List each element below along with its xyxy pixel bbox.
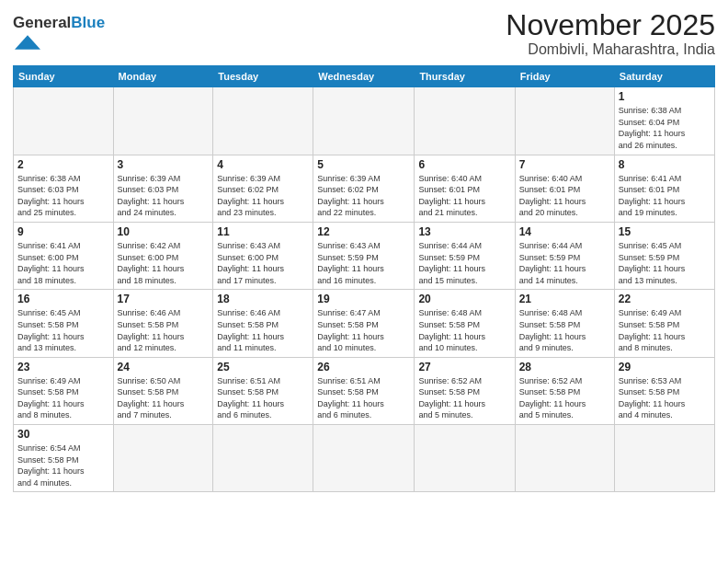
day-number: 17 (118, 293, 210, 305)
table-row: 29Sunrise: 6:53 AM Sunset: 5:58 PM Dayli… (614, 357, 714, 424)
day-info: Sunrise: 6:48 AM Sunset: 5:58 PM Dayligh… (519, 307, 610, 353)
day-info: Sunrise: 6:44 AM Sunset: 5:59 PM Dayligh… (418, 240, 510, 286)
th-saturday: Saturday (614, 66, 714, 87)
day-number: 30 (17, 428, 109, 441)
day-info: Sunrise: 6:45 AM Sunset: 5:59 PM Dayligh… (619, 240, 711, 286)
table-row: 3Sunrise: 6:39 AM Sunset: 6:03 PM Daylig… (113, 155, 213, 222)
day-info: Sunrise: 6:52 AM Sunset: 5:58 PM Dayligh… (519, 375, 610, 421)
svg-marker-0 (15, 35, 40, 49)
table-row: 5Sunrise: 6:39 AM Sunset: 6:02 PM Daylig… (313, 155, 415, 222)
calendar-header-row: Sunday Monday Tuesday Wednesday Thursday… (14, 66, 715, 87)
day-number: 8 (619, 158, 711, 171)
calendar-week-row: 1Sunrise: 6:38 AM Sunset: 6:04 PM Daylig… (14, 87, 715, 155)
table-row: 1Sunrise: 6:38 AM Sunset: 6:04 PM Daylig… (614, 87, 714, 155)
table-row: 2Sunrise: 6:38 AM Sunset: 6:03 PM Daylig… (14, 155, 114, 222)
day-info: Sunrise: 6:44 AM Sunset: 5:59 PM Dayligh… (519, 240, 610, 286)
table-row: 21Sunrise: 6:48 AM Sunset: 5:58 PM Dayli… (515, 290, 614, 357)
table-row: 25Sunrise: 6:51 AM Sunset: 5:58 PM Dayli… (213, 357, 313, 424)
th-tuesday: Tuesday (213, 66, 313, 87)
day-info: Sunrise: 6:49 AM Sunset: 5:58 PM Dayligh… (17, 375, 109, 421)
table-row (113, 87, 213, 155)
table-row (415, 87, 515, 155)
day-number: 7 (519, 158, 610, 171)
day-number: 29 (619, 361, 711, 373)
table-row: 15Sunrise: 6:45 AM Sunset: 5:59 PM Dayli… (614, 222, 714, 289)
table-row (113, 425, 213, 492)
day-info: Sunrise: 6:39 AM Sunset: 6:03 PM Dayligh… (118, 173, 210, 219)
table-row: 14Sunrise: 6:44 AM Sunset: 5:59 PM Dayli… (515, 222, 614, 289)
table-row (515, 87, 614, 155)
table-row (415, 425, 515, 492)
day-info: Sunrise: 6:40 AM Sunset: 6:01 PM Dayligh… (418, 173, 510, 219)
day-number: 19 (317, 293, 410, 305)
table-row (313, 425, 415, 492)
day-info: Sunrise: 6:41 AM Sunset: 6:00 PM Dayligh… (17, 240, 109, 286)
header: GeneralBlue November 2025 Dombivli, Maha… (13, 9, 715, 58)
title-block: November 2025 Dombivli, Maharashtra, Ind… (506, 9, 715, 58)
day-number: 26 (317, 361, 410, 373)
day-number: 18 (217, 293, 309, 305)
logo-blue: Blue (71, 14, 105, 31)
table-row (614, 425, 714, 492)
table-row: 18Sunrise: 6:46 AM Sunset: 5:58 PM Dayli… (213, 290, 313, 357)
table-row (213, 425, 313, 492)
day-number: 23 (17, 361, 109, 373)
day-number: 14 (519, 225, 610, 238)
calendar-week-row: 23Sunrise: 6:49 AM Sunset: 5:58 PM Dayli… (14, 357, 715, 424)
day-number: 4 (217, 158, 309, 171)
table-row: 17Sunrise: 6:46 AM Sunset: 5:58 PM Dayli… (113, 290, 213, 357)
calendar-week-row: 9Sunrise: 6:41 AM Sunset: 6:00 PM Daylig… (14, 222, 715, 289)
day-info: Sunrise: 6:46 AM Sunset: 5:58 PM Dayligh… (217, 307, 309, 353)
table-row: 28Sunrise: 6:52 AM Sunset: 5:58 PM Dayli… (515, 357, 614, 424)
table-row: 7Sunrise: 6:40 AM Sunset: 6:01 PM Daylig… (515, 155, 614, 222)
table-row: 30Sunrise: 6:54 AM Sunset: 5:58 PM Dayli… (14, 425, 114, 492)
day-info: Sunrise: 6:51 AM Sunset: 5:58 PM Dayligh… (317, 375, 410, 421)
day-number: 20 (418, 293, 510, 305)
day-info: Sunrise: 6:47 AM Sunset: 5:58 PM Dayligh… (317, 307, 410, 353)
day-number: 9 (17, 225, 109, 238)
table-row: 8Sunrise: 6:41 AM Sunset: 6:01 PM Daylig… (614, 155, 714, 222)
day-info: Sunrise: 6:42 AM Sunset: 6:00 PM Dayligh… (118, 240, 210, 286)
day-info: Sunrise: 6:46 AM Sunset: 5:58 PM Dayligh… (118, 307, 210, 353)
day-number: 5 (317, 158, 410, 171)
table-row (515, 425, 614, 492)
day-number: 21 (519, 293, 610, 305)
calendar-week-row: 16Sunrise: 6:45 AM Sunset: 5:58 PM Dayli… (14, 290, 715, 357)
calendar-week-row: 2Sunrise: 6:38 AM Sunset: 6:03 PM Daylig… (14, 155, 715, 222)
day-number: 2 (17, 158, 109, 171)
day-number: 13 (418, 225, 510, 238)
table-row: 4Sunrise: 6:39 AM Sunset: 6:02 PM Daylig… (213, 155, 313, 222)
table-row: 19Sunrise: 6:47 AM Sunset: 5:58 PM Dayli… (313, 290, 415, 357)
table-row: 22Sunrise: 6:49 AM Sunset: 5:58 PM Dayli… (614, 290, 714, 357)
th-monday: Monday (113, 66, 213, 87)
table-row: 23Sunrise: 6:49 AM Sunset: 5:58 PM Dayli… (14, 357, 114, 424)
day-info: Sunrise: 6:50 AM Sunset: 5:58 PM Dayligh… (118, 375, 210, 421)
table-row (313, 87, 415, 155)
day-info: Sunrise: 6:52 AM Sunset: 5:58 PM Dayligh… (418, 375, 510, 421)
day-number: 25 (217, 361, 309, 373)
day-info: Sunrise: 6:43 AM Sunset: 5:59 PM Dayligh… (317, 240, 410, 286)
table-row (213, 87, 313, 155)
day-info: Sunrise: 6:51 AM Sunset: 5:58 PM Dayligh… (217, 375, 309, 421)
table-row: 24Sunrise: 6:50 AM Sunset: 5:58 PM Dayli… (113, 357, 213, 424)
calendar-table: Sunday Monday Tuesday Wednesday Thursday… (13, 65, 715, 492)
day-info: Sunrise: 6:39 AM Sunset: 6:02 PM Dayligh… (317, 173, 410, 219)
day-info: Sunrise: 6:38 AM Sunset: 6:03 PM Dayligh… (17, 173, 109, 219)
day-info: Sunrise: 6:45 AM Sunset: 5:58 PM Dayligh… (17, 307, 109, 353)
table-row: 26Sunrise: 6:51 AM Sunset: 5:58 PM Dayli… (313, 357, 415, 424)
table-row (14, 87, 114, 155)
table-row: 6Sunrise: 6:40 AM Sunset: 6:01 PM Daylig… (415, 155, 515, 222)
page-subtitle: Dombivli, Maharashtra, India (506, 41, 715, 58)
page: GeneralBlue November 2025 Dombivli, Maha… (0, 0, 728, 563)
table-row: 11Sunrise: 6:43 AM Sunset: 6:00 PM Dayli… (213, 222, 313, 289)
table-row: 10Sunrise: 6:42 AM Sunset: 6:00 PM Dayli… (113, 222, 213, 289)
day-number: 15 (619, 225, 711, 238)
table-row: 9Sunrise: 6:41 AM Sunset: 6:00 PM Daylig… (14, 222, 114, 289)
th-wednesday: Wednesday (313, 66, 415, 87)
day-number: 27 (418, 361, 510, 373)
day-number: 16 (17, 293, 109, 305)
th-friday: Friday (515, 66, 614, 87)
table-row: 13Sunrise: 6:44 AM Sunset: 5:59 PM Dayli… (415, 222, 515, 289)
th-sunday: Sunday (14, 66, 114, 87)
day-number: 12 (317, 225, 410, 238)
